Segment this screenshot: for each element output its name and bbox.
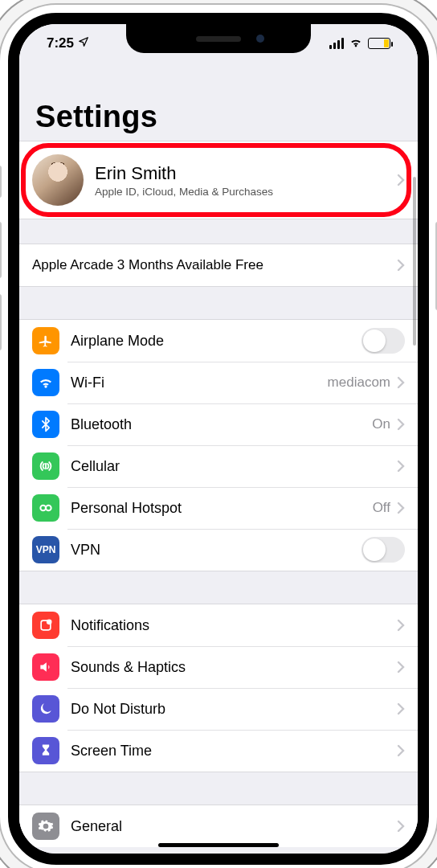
notifications-icon xyxy=(32,612,59,639)
hourglass-icon xyxy=(32,737,59,764)
screentime-row[interactable]: Screen Time xyxy=(19,730,418,772)
chevron-right-icon xyxy=(397,744,405,757)
wifi-icon xyxy=(32,369,59,396)
profile-name: Erin Smith xyxy=(95,163,397,184)
chevron-right-icon xyxy=(397,376,405,389)
avatar xyxy=(32,154,84,206)
notifications-row[interactable]: Notifications xyxy=(19,604,418,646)
general-label: General xyxy=(71,818,122,835)
cellular-label: Cellular xyxy=(71,458,120,475)
wifi-value: mediacom xyxy=(328,375,390,391)
vpn-label: VPN xyxy=(71,542,100,559)
scrollbar[interactable] xyxy=(413,177,416,346)
chevron-right-icon xyxy=(397,174,405,186)
sounds-icon xyxy=(32,653,59,681)
apple-id-row[interactable]: Erin Smith Apple ID, iCloud, Media & Pur… xyxy=(19,146,418,214)
network-group: Airplane Mode Wi-Fi mediacom xyxy=(19,319,418,571)
chevron-right-icon xyxy=(397,619,405,632)
screen: 7:25 Settings xyxy=(19,24,418,854)
hotspot-label: Personal Hotspot xyxy=(71,500,182,517)
dnd-row[interactable]: Do Not Disturb xyxy=(19,688,418,730)
chevron-right-icon xyxy=(397,259,405,272)
wifi-icon xyxy=(349,35,363,53)
front-camera xyxy=(256,35,264,43)
hotspot-value: Off xyxy=(373,500,390,516)
status-time: 7:25 xyxy=(47,35,74,51)
notifications-label: Notifications xyxy=(71,617,149,634)
alerts-group: Notifications Sounds & Haptics xyxy=(19,604,418,772)
chevron-right-icon xyxy=(397,820,405,833)
bluetooth-icon xyxy=(32,411,59,438)
sounds-label: Sounds & Haptics xyxy=(71,659,186,676)
airplane-label: Airplane Mode xyxy=(71,333,164,350)
dnd-label: Do Not Disturb xyxy=(71,701,165,718)
location-icon xyxy=(78,35,89,51)
mute-switch xyxy=(0,166,2,198)
apple-arcade-promo-row[interactable]: Apple Arcade 3 Months Available Free xyxy=(19,244,418,286)
airplane-icon xyxy=(32,327,59,354)
moon-icon xyxy=(32,695,59,723)
airplane-mode-row[interactable]: Airplane Mode xyxy=(19,320,418,362)
iphone-frame: 7:25 Settings xyxy=(0,5,437,868)
screen-bezel: 7:25 Settings xyxy=(8,13,429,865)
svg-point-1 xyxy=(46,506,51,511)
vpn-row[interactable]: VPN VPN xyxy=(19,529,418,571)
hotspot-icon xyxy=(32,494,59,522)
screentime-label: Screen Time xyxy=(71,743,152,760)
bluetooth-value: On xyxy=(372,416,390,432)
settings-scrollview[interactable]: Settings Erin Smith Apple ID, iCloud, Me… xyxy=(19,63,418,854)
home-indicator[interactable] xyxy=(158,843,279,847)
promo-label: Apple Arcade 3 Months Available Free xyxy=(32,257,397,273)
airplane-toggle[interactable] xyxy=(361,328,405,354)
svg-point-3 xyxy=(47,620,51,624)
vpn-toggle[interactable] xyxy=(361,537,405,563)
chevron-right-icon xyxy=(397,502,405,514)
general-row[interactable]: General xyxy=(19,805,418,847)
page-title: Settings xyxy=(19,63,418,141)
chevron-right-icon xyxy=(397,661,405,674)
profile-subtitle: Apple ID, iCloud, Media & Purchases xyxy=(95,186,397,198)
volume-up xyxy=(0,222,2,278)
hotspot-row[interactable]: Personal Hotspot Off xyxy=(19,487,418,529)
bluetooth-row[interactable]: Bluetooth On xyxy=(19,403,418,445)
volume-down xyxy=(0,294,2,350)
group-spacer xyxy=(19,571,418,604)
wifi-row[interactable]: Wi-Fi mediacom xyxy=(19,362,418,403)
bluetooth-label: Bluetooth xyxy=(71,416,132,433)
promo-group: Apple Arcade 3 Months Available Free xyxy=(19,244,418,287)
chevron-right-icon xyxy=(397,460,405,473)
group-spacer xyxy=(19,287,418,319)
group-spacer xyxy=(19,219,418,244)
group-spacer xyxy=(19,772,418,805)
cellular-row[interactable]: Cellular xyxy=(19,445,418,487)
system-group: General xyxy=(19,805,418,847)
vpn-icon: VPN xyxy=(32,536,59,563)
wifi-label: Wi-Fi xyxy=(71,375,104,391)
battery-icon xyxy=(368,38,390,49)
chevron-right-icon xyxy=(397,702,405,715)
notch xyxy=(126,24,311,53)
apple-id-group: Erin Smith Apple ID, iCloud, Media & Pur… xyxy=(19,141,418,219)
sounds-row[interactable]: Sounds & Haptics xyxy=(19,646,418,688)
speaker xyxy=(196,36,241,42)
chevron-right-icon xyxy=(397,418,405,431)
cellular-signal-icon xyxy=(329,38,344,49)
cellular-icon xyxy=(32,452,59,480)
gear-icon xyxy=(32,813,59,840)
